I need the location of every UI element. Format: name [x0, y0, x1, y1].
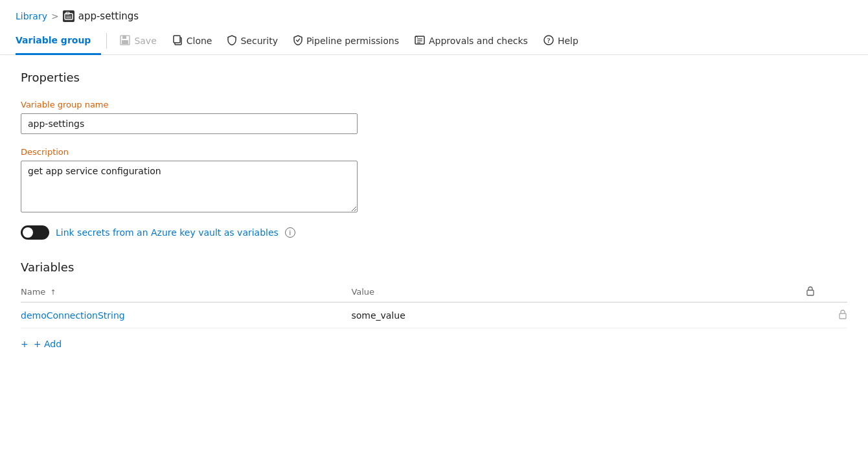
add-variable-button[interactable]: + + Add — [21, 334, 62, 354]
variable-group-name-input[interactable] — [21, 113, 358, 134]
approvals-and-checks-button[interactable]: Approvals and checks — [407, 30, 536, 52]
svg-rect-5 — [122, 36, 126, 39]
svg-rect-16 — [839, 313, 846, 319]
help-button[interactable]: ? Help — [536, 30, 586, 52]
variable-group-name-label: Variable group name — [21, 100, 847, 109]
description-field: Description get app service configuratio… — [21, 147, 847, 212]
column-header-value: Value — [351, 282, 806, 302]
svg-rect-6 — [122, 40, 128, 44]
breadcrumb-icon — [63, 10, 74, 22]
properties-title: Properties — [21, 71, 847, 84]
checklist-icon — [415, 35, 425, 47]
tab-variable-group[interactable]: Variable group — [16, 27, 101, 55]
help-icon: ? — [543, 35, 554, 47]
table-row: demoConnectionString some_value — [21, 302, 847, 328]
save-button[interactable]: Save — [112, 30, 164, 52]
toolbar-divider — [106, 33, 107, 49]
lock-header-icon — [806, 288, 815, 298]
key-vault-toggle[interactable] — [21, 225, 49, 240]
key-vault-toggle-label: Link secrets from an Azure key vault as … — [56, 227, 279, 238]
pipeline-permissions-button[interactable]: Pipeline permissions — [286, 30, 407, 52]
toolbar: Variable group Save Clone Sec — [0, 27, 868, 55]
info-icon[interactable]: i — [285, 227, 295, 238]
add-icon: + — [21, 339, 29, 349]
description-input[interactable]: get app service configuration — [21, 161, 358, 212]
shield-check-icon — [293, 35, 303, 47]
svg-rect-15 — [807, 290, 814, 295]
clone-button[interactable]: Clone — [165, 30, 220, 52]
variables-table: Name ↑ Value d — [21, 282, 847, 328]
clone-icon — [172, 35, 183, 47]
sort-arrow-icon: ↑ — [51, 288, 56, 297]
breadcrumb: Library > app-settings — [0, 0, 868, 27]
svg-text:?: ? — [547, 37, 550, 44]
variable-name-link[interactable]: demoConnectionString — [21, 310, 125, 321]
column-header-lock — [806, 282, 847, 302]
variable-value: some_value — [351, 310, 405, 321]
breadcrumb-separator: > — [51, 11, 59, 21]
save-icon — [120, 35, 130, 47]
breadcrumb-current: app-settings — [78, 10, 139, 22]
column-header-name[interactable]: Name ↑ — [21, 282, 351, 302]
variable-group-name-field: Variable group name — [21, 100, 847, 134]
shield-icon — [227, 35, 236, 47]
breadcrumb-library-link[interactable]: Library — [16, 11, 47, 21]
security-button[interactable]: Security — [220, 30, 286, 52]
key-vault-toggle-row: Link secrets from an Azure key vault as … — [21, 225, 847, 240]
description-label: Description — [21, 147, 847, 157]
main-content: Properties Variable group name Descripti… — [0, 55, 868, 370]
variables-title: Variables — [21, 260, 847, 274]
svg-rect-8 — [174, 36, 180, 43]
variable-lock-icon[interactable] — [838, 309, 847, 321]
